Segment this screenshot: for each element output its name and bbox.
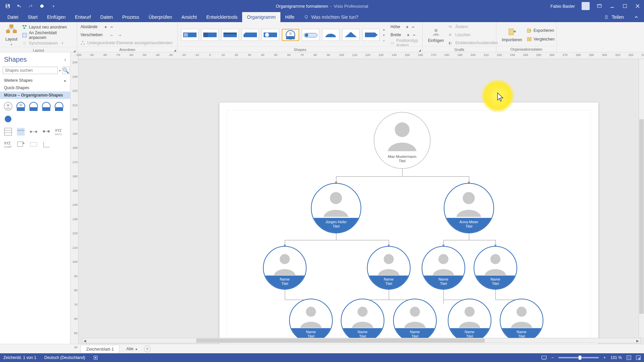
add-sheet-button[interactable]: + — [144, 346, 151, 352]
org-node-leaf[interactable]: NameTitel — [448, 299, 491, 342]
height-decrease-button[interactable]: − — [411, 24, 415, 29]
tab-ueberpruefen[interactable]: Überprüfen — [144, 12, 177, 22]
stencil-shape-coin-1[interactable] — [3, 102, 13, 111]
width-increase-button[interactable]: + — [406, 33, 410, 38]
redo-icon[interactable] — [28, 3, 34, 9]
stencil-shape-coin-4[interactable] — [42, 102, 51, 111]
position-type-button[interactable]: ▭Positionstyp ändern — [390, 40, 419, 46]
stencil-shape-misc-1[interactable] — [16, 140, 25, 149]
user-name[interactable]: Fabio Basler — [550, 4, 575, 9]
import-button[interactable]: Importieren — [500, 27, 524, 43]
ribbon-display-options-icon[interactable] — [596, 3, 602, 9]
shape-style-5[interactable] — [262, 29, 279, 41]
collapse-pane-icon[interactable]: ‹ — [64, 57, 66, 63]
shapes-search-input[interactable] — [3, 67, 58, 74]
compare-button[interactable]: Vergleichen — [527, 36, 555, 43]
stencil-shape-frame-1[interactable] — [3, 127, 13, 136]
tell-me-search[interactable]: Was möchten Sie tun? — [299, 12, 363, 22]
spacing-decrease-button[interactable]: − — [110, 24, 114, 29]
print-icon[interactable] — [39, 3, 45, 9]
drawing-area[interactable]: Max MustermannTitel Jürgen HoferT — [78, 59, 644, 344]
org-node-root[interactable]: Max MustermannTitel — [374, 112, 431, 169]
stencil-item-active[interactable]: Münze – Organigramm-Shapes — [0, 92, 70, 99]
scroll-right-icon[interactable]: ▸ — [635, 338, 640, 343]
shape-style-gallery[interactable] — [181, 29, 380, 41]
move-right-button[interactable]: → — [117, 33, 122, 38]
org-node-mid[interactable]: Anna MeierTitel — [444, 183, 494, 233]
shape-style-3[interactable] — [221, 29, 239, 41]
fit-page-button[interactable]: An Zeichenblatt anpassen — [22, 32, 73, 39]
collapse-ribbon-icon[interactable] — [633, 14, 639, 20]
horizontal-scrollbar[interactable]: ◂ ▸ — [82, 338, 641, 343]
layout-button[interactable]: Layout ▾ — [3, 23, 19, 47]
stencil-shape-misc-3[interactable] — [42, 140, 51, 149]
tab-organigramm[interactable]: Organigramm — [242, 12, 280, 22]
maximize-icon[interactable] — [622, 3, 628, 9]
stencil-shape-connector-1[interactable] — [29, 127, 38, 136]
vertical-scrollbar[interactable] — [639, 59, 644, 337]
close-icon[interactable] — [635, 3, 641, 9]
user-avatar[interactable] — [582, 2, 590, 10]
stencil-shape-coin-5[interactable] — [54, 102, 64, 111]
gallery-more-icon[interactable]: ▿ — [383, 39, 385, 43]
tab-daten[interactable]: Daten — [96, 12, 117, 22]
stencil-shape-frame-2[interactable] — [16, 127, 25, 136]
stencil-shape-xyz-1[interactable]: XYZ04/12 — [54, 127, 64, 136]
export-button[interactable]: Exportieren — [527, 27, 555, 34]
spacing-increase-button[interactable]: + — [104, 24, 108, 29]
shape-style-6-selected[interactable] — [282, 29, 299, 41]
org-node-leaf[interactable]: NameTitel — [341, 299, 384, 342]
shape-style-2[interactable] — [201, 29, 219, 41]
sheet-tab-active[interactable]: Zeichenblatt-1 — [80, 345, 119, 353]
zoom-slider-knob[interactable] — [579, 356, 581, 360]
org-node-leaf[interactable]: NameTitel — [393, 299, 437, 342]
more-shapes-item[interactable]: Weitere Shapes▸ — [0, 77, 70, 84]
stencil-shape-dot[interactable] — [3, 114, 13, 124]
org-node-leaf[interactable]: NameTitel — [422, 246, 465, 290]
toggle-picture-button[interactable]: ◐Einblenden/Ausblenden — [448, 40, 498, 46]
gallery-up-icon[interactable]: ▴ — [383, 27, 385, 31]
stencil-shape-xyz-2[interactable]: XYZCORP — [3, 140, 13, 149]
share-button[interactable]: Teilen — [611, 14, 624, 20]
move-left-button[interactable]: ← — [109, 33, 115, 38]
stencil-shape-coin-2[interactable] — [16, 102, 25, 111]
macro-record-icon[interactable] — [93, 355, 98, 360]
tab-entwicklertools[interactable]: Entwicklertools — [202, 12, 242, 22]
page[interactable]: Max MustermannTitel Jürgen HoferT — [219, 103, 598, 344]
tab-prozess[interactable]: Prozess — [117, 12, 144, 22]
change-picture-button[interactable]: ⟲Ändern — [448, 23, 498, 30]
pan-window-icon[interactable] — [636, 355, 641, 360]
shape-style-1[interactable] — [181, 29, 199, 41]
stencil-shape-coin-3[interactable] — [29, 102, 38, 111]
tab-entwurf[interactable]: Entwurf — [70, 12, 96, 22]
chevron-down-icon[interactable]: ▾ — [59, 69, 61, 72]
tab-ansicht[interactable]: Ansicht — [177, 12, 202, 22]
tab-datei[interactable]: Datei — [3, 12, 23, 22]
zoom-out-button[interactable]: − — [551, 355, 554, 360]
save-icon[interactable] — [5, 3, 11, 9]
tab-hilfe[interactable]: Hilfe — [280, 12, 299, 22]
height-increase-button[interactable]: + — [405, 24, 409, 29]
org-node-mid[interactable]: Jürgen HoferTitel — [311, 183, 361, 233]
presentation-mode-icon[interactable] — [541, 355, 547, 360]
zoom-slider[interactable] — [558, 357, 599, 358]
sync-button[interactable]: Synchronisieren▾ — [22, 40, 73, 47]
zoom-in-button[interactable]: + — [603, 355, 606, 360]
org-node-leaf[interactable]: NameTitel — [500, 299, 543, 342]
org-node-leaf[interactable]: NameTitel — [289, 299, 333, 342]
scroll-left-icon[interactable]: ◂ — [82, 338, 88, 343]
search-go-button[interactable]: 🔍 — [62, 67, 69, 74]
qat-customize-icon[interactable]: ▾ — [50, 3, 56, 9]
stencil-shape-connector-2[interactable] — [42, 127, 51, 136]
delete-picture-button[interactable]: ✕Löschen — [448, 32, 498, 38]
width-decrease-button[interactable]: − — [412, 33, 416, 38]
shape-style-8[interactable] — [322, 29, 339, 41]
shape-style-4[interactable] — [241, 29, 259, 41]
tab-einfuegen[interactable]: Einfügen — [42, 12, 70, 22]
sheet-tab-all[interactable]: Alle▴ — [121, 345, 143, 353]
undo-icon[interactable] — [16, 3, 22, 9]
org-node-leaf[interactable]: NameTitel — [367, 246, 411, 290]
fit-window-icon[interactable] — [627, 355, 631, 360]
insert-picture-button[interactable]: Einfügen — [426, 26, 446, 44]
show-subordinates-button[interactable]: Untergeordnete Elemente anzeigen/ausblen… — [80, 40, 173, 46]
